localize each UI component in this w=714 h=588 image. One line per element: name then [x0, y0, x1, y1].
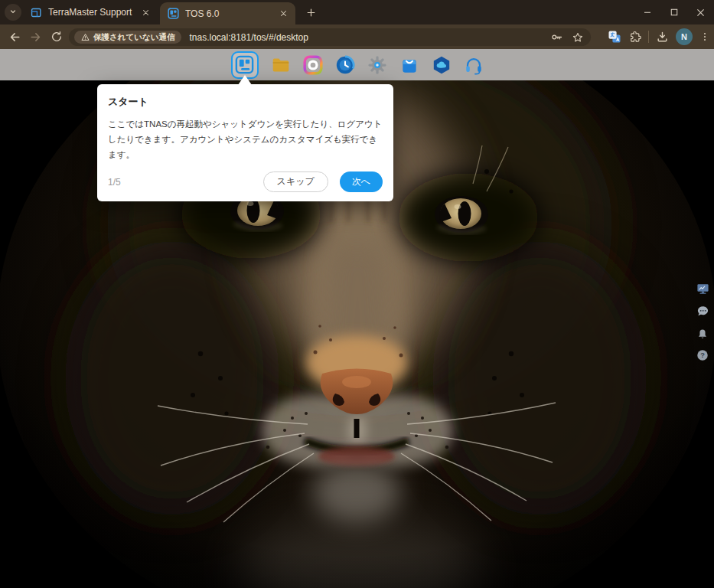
- terramaster-favicon-icon: [31, 7, 42, 18]
- security-chip[interactable]: 保護されていない通信: [74, 31, 181, 44]
- tour-popup-arrow: [238, 75, 252, 85]
- tos-start-icon[interactable]: [235, 55, 254, 74]
- resource-monitor-icon[interactable]: [696, 282, 709, 296]
- address-bar[interactable]: 保護されていない通信 tnas.local:8181/tos/#/desktop: [69, 28, 591, 46]
- toolbar-divider: [648, 31, 649, 43]
- bookmark-star-icon[interactable]: [572, 31, 584, 44]
- back-icon[interactable]: [5, 27, 25, 47]
- extensions-puzzle-icon[interactable]: [628, 31, 641, 44]
- tab-title: TerraMaster Support: [48, 7, 136, 18]
- profile-avatar[interactable]: N: [676, 28, 693, 45]
- window-controls: [634, 0, 714, 24]
- forward-icon[interactable]: [25, 27, 46, 47]
- tour-footer: 1/5 スキップ 次へ: [108, 172, 383, 192]
- file-manager-icon[interactable]: [271, 55, 291, 75]
- tour-title: スタート: [108, 95, 383, 109]
- close-icon[interactable]: [687, 0, 714, 24]
- app-center-icon[interactable]: [399, 55, 419, 75]
- multimedia-icon[interactable]: [303, 55, 323, 75]
- security-chip-label: 保護されていない通信: [93, 32, 174, 43]
- url-text[interactable]: tnas.local:8181/tos/#/desktop: [189, 32, 308, 43]
- translate-icon[interactable]: [608, 30, 621, 44]
- browser-titlebar: TerraMaster Support TOS 6.0: [0, 0, 714, 24]
- tour-step-counter: 1/5: [108, 177, 263, 188]
- sync-hexagon-icon[interactable]: [432, 55, 452, 75]
- password-key-icon[interactable]: [550, 31, 563, 44]
- tab-close-icon[interactable]: [139, 6, 152, 18]
- tour-body: ここではTNASの再起動やシャットダウンを実行したり、ログアウトしたりできます。…: [108, 116, 383, 162]
- kebab-menu-icon[interactable]: [699, 31, 710, 43]
- control-panel-gear-icon[interactable]: [367, 55, 387, 75]
- new-tab-button[interactable]: [303, 5, 318, 20]
- minimize-icon[interactable]: [634, 0, 660, 24]
- tour-popup: スタート ここではTNASの再起動やシャットダウンを実行したり、ログアウトしたり…: [97, 84, 393, 201]
- taskbar-dock: [231, 51, 484, 79]
- support-headset-icon[interactable]: [464, 55, 484, 75]
- backup-clock-icon[interactable]: [335, 55, 355, 75]
- tos-favicon-icon: [168, 8, 179, 19]
- skip-button[interactable]: スキップ: [263, 172, 328, 192]
- tab-tos[interactable]: TOS 6.0: [160, 2, 295, 24]
- warning-triangle-icon: [81, 33, 90, 41]
- help-icon[interactable]: ?: [696, 348, 709, 362]
- tab-close-icon[interactable]: [277, 8, 289, 20]
- messages-icon[interactable]: [696, 304, 709, 318]
- chevron-down-icon: [8, 5, 18, 19]
- tos-taskbar: [0, 49, 714, 80]
- notifications-bell-icon[interactable]: [696, 326, 709, 340]
- tab-search-button[interactable]: [5, 4, 21, 21]
- svg-text:?: ?: [700, 351, 705, 359]
- maximize-icon[interactable]: [660, 0, 687, 24]
- download-icon[interactable]: [656, 31, 669, 44]
- next-button[interactable]: 次へ: [340, 172, 383, 192]
- screen: TerraMaster Support TOS 6.0: [0, 0, 714, 588]
- browser-toolbar: 保護されていない通信 tnas.local:8181/tos/#/desktop: [0, 24, 714, 49]
- reload-icon[interactable]: [46, 27, 67, 47]
- desktop-side-icons: ?: [696, 282, 709, 362]
- tab-terramaster-support[interactable]: TerraMaster Support: [23, 0, 158, 24]
- tab-title: TOS 6.0: [185, 8, 274, 19]
